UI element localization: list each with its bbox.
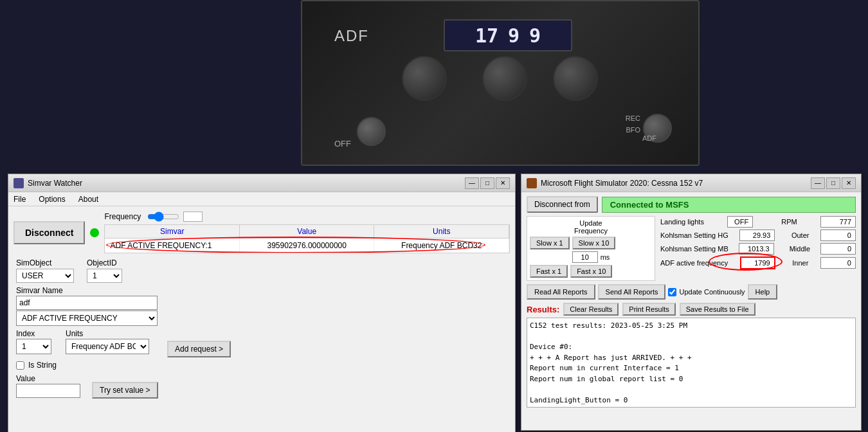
msfs-window-icon	[527, 178, 537, 188]
add-request-button[interactable]: Add request >	[167, 341, 231, 357]
landing-lights-label: Landing lights	[660, 218, 704, 226]
adf-knob-1[interactable]	[402, 56, 447, 101]
save-results-btn[interactable]: Save Results to File	[680, 303, 755, 316]
simobject-select[interactable]: USER	[16, 269, 74, 283]
msfs-maximize-btn[interactable]: □	[826, 177, 840, 189]
menu-file[interactable]: File	[11, 194, 28, 205]
slow-x10-btn[interactable]: Slow x 10	[572, 237, 616, 249]
adf-freq-row: ADF active frequency 1799 Inner 0	[660, 256, 856, 269]
adf-small-label: ADF	[642, 134, 656, 142]
slow-x1-btn[interactable]: Slow x 1	[530, 237, 570, 249]
update-frequency-box: UpdateFrequency Slow x 1 Slow x 10 10 ms…	[527, 216, 655, 281]
kohlsman-hg-label: Kohlsman Setting HG	[660, 231, 728, 239]
simvar-titlebar-controls: — □ ✕	[465, 177, 510, 189]
outer-value: 0	[820, 230, 856, 241]
adf-knob-3[interactable]	[553, 56, 598, 101]
adf-freq-label: ADF active frequency	[660, 259, 728, 267]
send-all-reports-btn[interactable]: Send All Reports	[598, 284, 666, 300]
results-line-2	[530, 332, 853, 343]
value-input[interactable]	[16, 384, 80, 398]
try-set-button[interactable]: Try set value >	[92, 382, 158, 399]
results-line-4: + + + A Report has just ARRIVED. + + +	[530, 353, 853, 364]
msfs-top-row: Disconnect from Connected to MSFS	[527, 196, 856, 213]
outer-label: Outer	[791, 231, 809, 239]
landing-lights-value: OFF	[727, 216, 753, 228]
simvar-maximize-btn[interactable]: □	[480, 177, 494, 189]
objectid-label: ObjectID	[87, 258, 122, 267]
kohlsman-mb-row: Kohlsman Setting MB 1013.3 Middle 0	[660, 243, 856, 255]
simvar-name-select[interactable]: ADF ACTIVE FREQUENCY	[16, 310, 158, 326]
results-line-8: LandingLight_Button = 0	[530, 395, 853, 406]
simvar-name-input[interactable]	[16, 296, 158, 310]
msfs-minimize-btn[interactable]: —	[811, 177, 825, 189]
menu-options[interactable]: Options	[36, 194, 68, 205]
results-text-area[interactable]: C152 test results: 2023-05-25 3:25 PM De…	[527, 318, 856, 408]
msfs-action-row: Read All Reports Send All Reports Update…	[527, 284, 856, 300]
objectid-select[interactable]: 1	[87, 269, 122, 283]
inner-label: Inner	[792, 259, 808, 267]
simvar-watcher-window: Simvar Watcher — □ ✕ File Options About …	[8, 174, 516, 432]
disconnect-button[interactable]: Disconnect	[14, 221, 85, 244]
msfs-titlebar-controls: — □ ✕	[811, 177, 856, 189]
simvar-name-label: Simvar Name	[16, 286, 507, 295]
disconnect-from-button[interactable]: Disconnect from	[527, 196, 598, 213]
middle-value: 0	[820, 243, 856, 255]
msfs-window-title: Microsoft Flight Simulator 2020: Cessna …	[541, 179, 703, 188]
connection-indicator	[90, 228, 99, 237]
msfs-window: Microsoft Flight Simulator 2020: Cessna …	[521, 174, 862, 431]
rpm-label: RPM	[781, 218, 797, 226]
simvar-table: Simvar Value Units ADF ACTIVE FREQUENCY:…	[104, 224, 510, 253]
table-row[interactable]: ADF ACTIVE FREQUENCY:1 395902976.0000000…	[105, 239, 509, 253]
connected-status-label: Connected to MSFS	[602, 197, 856, 213]
adf-digit-2: 9	[508, 24, 520, 47]
frequency-value-input[interactable]: 10	[572, 251, 598, 263]
adf-panel: ADF 17 9 9 OFF REC BFO ADF	[301, 0, 700, 166]
simvar-close-btn[interactable]: ✕	[496, 177, 510, 189]
msfs-fields: Landing lights OFF RPM 777 Kohlsman Sett…	[660, 216, 856, 281]
simvar-menu-bar: File Options About	[8, 192, 515, 206]
table-header: Simvar Value Units	[105, 225, 509, 239]
results-line-6: Report num in global report list = 0	[530, 374, 853, 385]
kohlsman-mb-value: 1013.3	[739, 243, 774, 255]
table-header-simvar: Simvar	[105, 225, 240, 238]
simvar-titlebar: Simvar Watcher — □ ✕	[8, 174, 515, 192]
units-label: Units	[66, 329, 149, 338]
rpm-value: 777	[820, 216, 856, 228]
units-select[interactable]: Frequency ADF BCD32	[66, 339, 149, 354]
table-cell-simvar: ADF ACTIVE FREQUENCY:1	[105, 239, 240, 253]
table-cell-value: 395902976.000000000	[240, 239, 375, 253]
adf-off-label: OFF	[334, 139, 351, 148]
results-line-1: C152 test results: 2023-05-25 3:25 PM	[530, 321, 853, 332]
msfs-close-btn[interactable]: ✕	[842, 177, 856, 189]
results-section: Results: Clear Results Print Results Sav…	[527, 303, 856, 408]
simvar-minimize-btn[interactable]: —	[465, 177, 479, 189]
index-select[interactable]: 1	[16, 339, 51, 354]
index-label: Index	[16, 329, 51, 338]
clear-results-btn[interactable]: Clear Results	[563, 303, 619, 316]
adf-knob-small-1[interactable]	[357, 117, 386, 146]
table-cell-units: Frequency ADF BCD32	[374, 239, 509, 253]
read-all-reports-btn[interactable]: Read All Reports	[527, 284, 595, 300]
fast-x1-btn[interactable]: Fast x 1	[530, 265, 568, 278]
fast-x10-btn[interactable]: Fast x 10	[570, 265, 612, 278]
is-string-checkbox[interactable]	[16, 361, 24, 370]
menu-about[interactable]: About	[76, 194, 101, 205]
kohlsman-mb-label: Kohlsman Setting MB	[660, 245, 728, 253]
results-line-3: Device #0:	[530, 342, 853, 353]
frequency-display[interactable]	[183, 212, 203, 222]
value-label: Value	[16, 374, 80, 383]
update-continuously-checkbox[interactable]	[668, 288, 676, 296]
middle-label: Middle	[790, 245, 810, 253]
adf-knob-2[interactable]	[482, 56, 527, 101]
print-results-btn[interactable]: Print Results	[622, 303, 675, 316]
kohlsman-hg-row: Kohlsman Setting HG 29.93 Outer 0	[660, 230, 856, 241]
adf-display: 17 9 9	[444, 19, 572, 51]
simvar-window-icon	[14, 178, 24, 188]
help-btn[interactable]: Help	[748, 284, 778, 300]
kohlsman-hg-value: 29.93	[739, 230, 775, 241]
ms-label: ms	[601, 253, 610, 261]
update-freq-title: UpdateFrequency	[530, 219, 652, 235]
update-continuously-row: Update Continuously	[668, 288, 745, 296]
frequency-slider[interactable]	[147, 212, 179, 222]
update-continuously-label: Update Continuously	[679, 288, 745, 296]
